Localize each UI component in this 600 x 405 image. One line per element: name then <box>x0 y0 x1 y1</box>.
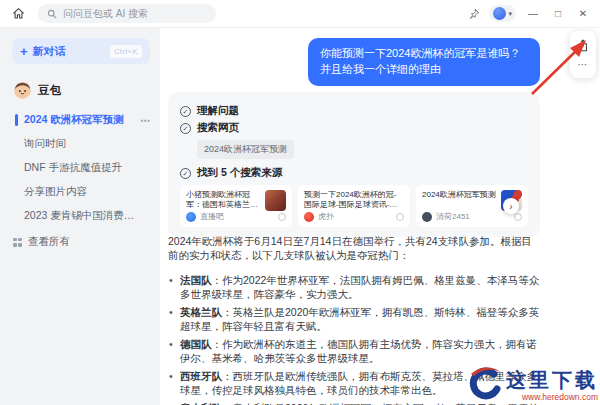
minimize-button[interactable]: — <box>525 6 541 22</box>
watermark-title: 这里下载 <box>506 369 598 391</box>
new-chat-shortcut-badge: Ctrl+K <box>110 45 142 58</box>
titlebar-controls: ▾ — □ ✕ <box>468 5 591 22</box>
maximize-button[interactable]: □ <box>550 6 566 22</box>
list-item: 法国队：作为2022年世界杯亚军，法国队拥有姆巴佩、格里兹曼、本泽马等众多世界级… <box>168 273 542 301</box>
site-favicon <box>304 212 314 222</box>
source-title: 预测一下2024欧洲杯的冠-国际足球-国际足球资讯-虎扑社区 <box>304 190 404 211</box>
pin-button[interactable] <box>468 8 480 20</box>
share-icon <box>577 39 589 52</box>
more-icon[interactable]: ⋯ <box>140 115 151 126</box>
citation-icon <box>278 213 286 221</box>
conversation-label: 询问时间 <box>24 137 66 149</box>
search-placeholder: 问问豆包或 AI 搜索 <box>63 7 148 21</box>
sources-carousel: 小猪预测欧洲杯冠军：德国和英格兰会师决赛，... 直播吧 预测一下2024欧洲杯… <box>180 185 528 227</box>
step-sources[interactable]: ✓ 找到 5 个搜索来源 <box>180 166 528 180</box>
source-title: 2024欧洲杯冠军预测 <box>422 190 497 211</box>
citation-icon <box>396 213 404 221</box>
new-chat-button[interactable]: + 新对话 Ctrl+K <box>12 38 150 64</box>
share-button[interactable] <box>577 39 589 52</box>
sidebar: + 新对话 Ctrl+K 豆包 2024 欧洲杯冠军预测 ⋯ 询问时间 DNF … <box>0 28 160 405</box>
step-search[interactable]: ✓ 搜索网页 <box>180 121 528 135</box>
source-thumbnail <box>265 190 286 211</box>
search-query-chip[interactable]: 2024欧洲杯冠军预测 <box>197 140 294 159</box>
source-title: 小猪预测欧洲杯冠军：德国和英格兰会师决赛，... <box>186 190 261 211</box>
ai-search-card: ✓ 理解问题 ✓ 搜索网页 2024欧洲杯冠军预测 ✓ 找到 5 个搜索来源 小… <box>168 92 540 237</box>
view-all-button[interactable]: 查看所有 <box>0 229 160 254</box>
source-card[interactable]: 预测一下2024欧洲杯的冠-国际足球-国际足球资讯-虎扑社区 虎扑 <box>298 185 410 227</box>
conversation-label: DNF 手游抗魔值提升 <box>24 161 122 173</box>
source-card[interactable]: 小猪预测欧洲杯冠军：德国和英格兰会师决赛，... 直播吧 <box>180 185 292 227</box>
account-menu[interactable]: ▾ <box>489 5 516 22</box>
source-site: 直播吧 <box>200 211 224 222</box>
check-icon: ✓ <box>180 106 191 117</box>
conversation-label: 分享图片内容 <box>24 185 87 197</box>
check-icon: ✓ <box>180 168 191 179</box>
close-button[interactable]: ✕ <box>575 6 591 22</box>
carousel-next-button[interactable]: › <box>503 198 519 214</box>
bot-section-label: 豆包 <box>38 83 61 98</box>
watermark-url: www.heredown.com <box>522 392 598 402</box>
conversation-label: 2023 麦肯锡中国消费者报告... <box>24 209 160 221</box>
conversation-item[interactable]: 分享图片内容 <box>0 180 160 204</box>
source-site: 清荷2451 <box>436 211 470 222</box>
titlebar: 问问豆包或 AI 搜索 ▾ — □ ✕ <box>0 0 600 28</box>
more-actions-button[interactable]: ⋯ <box>578 59 589 70</box>
answer-intro: 2024年欧洲杯将于6月14日至7月14日在德国举行，共有24支球队参加。根据目… <box>168 234 542 262</box>
watermark: 这里下载 www.heredown.com <box>464 365 598 403</box>
user-avatar <box>493 7 506 20</box>
check-icon: ✓ <box>180 123 191 134</box>
new-chat-label: 新对话 <box>33 44 66 59</box>
conversation-label: 2024 欧洲杯冠军预测 <box>24 113 124 125</box>
list-item: 德国队：作为欧洲杯的东道主，德国队拥有主场优势，阵容实力强大，拥有诺伊尔、基米希… <box>168 337 542 365</box>
conversation-item[interactable]: 2023 麦肯锡中国消费者报告... <box>0 204 160 228</box>
home-button[interactable] <box>8 4 28 24</box>
view-all-label: 查看所有 <box>28 235 70 249</box>
conversation-list: 2024 欧洲杯冠军预测 ⋯ 询问时间 DNF 手游抗魔值提升 分享图片内容 2… <box>0 108 160 254</box>
chat-area: 你能预测一下2024欧洲杯的冠军是谁吗？并且给我一个详细的理由 ⋯ ✓ 理解问题… <box>160 28 600 405</box>
user-message-bubble: 你能预测一下2024欧洲杯的冠军是谁吗？并且给我一个详细的理由 <box>308 38 540 86</box>
conversation-item-active[interactable]: 2024 欧洲杯冠军预测 ⋯ <box>0 108 160 132</box>
search-icon <box>47 9 57 19</box>
watermark-logo-icon <box>464 365 504 403</box>
chevron-down-icon: ▾ <box>508 10 512 18</box>
list-item: 英格兰队：英格兰队是2020年欧洲杯亚军，拥有凯恩、斯特林、福登等众多英超球星，… <box>168 305 542 333</box>
conversation-item[interactable]: DNF 手游抗魔值提升 <box>0 156 160 180</box>
bot-section-header[interactable]: 豆包 <box>14 82 160 99</box>
chevron-right-icon: › <box>509 201 512 212</box>
doubao-avatar <box>14 82 31 99</box>
watermark-text-block: 这里下载 www.heredown.com <box>506 365 598 402</box>
citation-icon <box>514 213 522 221</box>
site-favicon <box>422 212 432 222</box>
search-input[interactable]: 问问豆包或 AI 搜索 <box>38 4 216 23</box>
plus-icon: + <box>20 45 28 58</box>
conversation-item[interactable]: 询问时间 <box>0 132 160 156</box>
source-site: 虎扑 <box>318 211 334 222</box>
pin-icon <box>468 8 480 20</box>
message-actions: ⋯ <box>570 31 596 78</box>
site-favicon <box>186 212 196 222</box>
grid-icon <box>13 238 22 247</box>
step-understand[interactable]: ✓ 理解问题 <box>180 104 528 118</box>
home-icon <box>12 7 25 20</box>
